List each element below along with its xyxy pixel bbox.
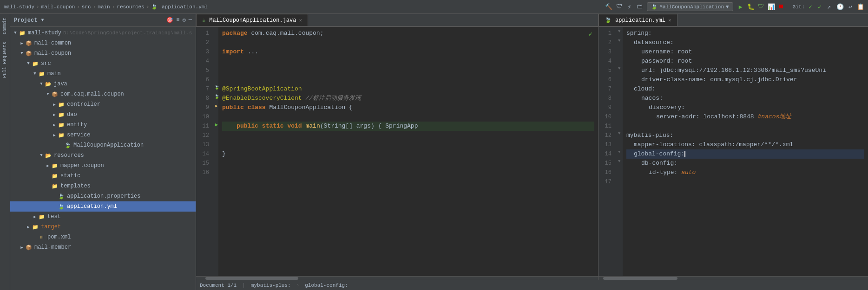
label-main-class: MallCouponApplication [73,142,144,148]
module-icon-mall-coupon: 📦 [25,50,33,57]
arrow-test: ▶ [32,213,38,220]
module-icon-mall-member: 📦 [25,244,33,251]
tree-item-app-props[interactable]: 🍃 application.properties [10,191,196,201]
fold-7[interactable]: ▼ [618,64,620,73]
tree-item-mall-common[interactable]: ▶ 📦 mall-common [10,38,196,48]
tree-item-main[interactable]: ▼ 📁 main [10,69,196,79]
bc-main[interactable]: main [98,4,110,10]
label-app-props: application.properties [67,193,140,200]
folder-icon-templates: 📁 [51,182,59,190]
java-horizontal-scrollbar[interactable] [196,276,598,280]
revert-icon[interactable]: ↩ [847,3,854,11]
tree-item-mapper[interactable]: ▶ 📁 mapper.coupon [10,161,196,171]
fold-14[interactable]: ▼ [618,148,620,157]
arrow-service: ▶ [51,132,58,138]
tree-item-app-yml[interactable]: 🍃 application.yml [10,201,196,212]
debug-button[interactable]: 🐛 [747,3,755,11]
arrow-mapper: ▶ [45,162,51,169]
yaml-tab-close[interactable]: ✕ [668,17,671,23]
history-icon[interactable]: 🕐 [836,3,844,11]
label-mapper: mapper.coupon [60,162,104,169]
tree-item-src[interactable]: ▼ 📁 src [10,58,196,69]
tree-item-pkg[interactable]: ▼ 📦 com.caq.mall.coupon [10,89,196,99]
arrow-target: ▶ [25,224,32,230]
locate-icon[interactable]: 🎯 [166,17,173,24]
fold-15[interactable]: ▼ [618,157,620,166]
java-src-icon: 📂 [45,80,52,88]
database-icon[interactable]: 🗃 [636,3,643,11]
label-controller: controller [67,101,100,108]
text-cursor [684,151,685,157]
tree-item-service[interactable]: ▶ 📁 service [10,130,196,140]
label-service: service [67,132,90,138]
tree-item-test[interactable]: ▶ 📁 test [10,212,196,222]
git-push-icon[interactable]: ✓ [816,3,823,11]
commit-tab[interactable]: Commit [1,14,9,38]
fold-marker-9[interactable]: ▶ [215,101,218,110]
yaml-scrollbar-thumb[interactable] [603,277,677,280]
tree-item-mall-study[interactable]: ▼ 📁 mall-study D:\Code\SpringCode\projec… [10,28,196,38]
yaml-code[interactable]: spring: datasource: username: root [623,27,868,276]
yaml-line-12: mybatis-plus: [626,131,864,140]
tree-item-pom[interactable]: m pom.xml [10,232,196,242]
tree-item-main-class[interactable]: 🍃 MallCouponApplication [10,140,196,150]
fold-2[interactable]: ▼ [618,36,620,45]
tree-item-entity[interactable]: ▶ 📁 entity [10,120,196,130]
code-line-4 [222,57,594,66]
java-tab[interactable]: ☕ MallCouponApplication.java ✕ [196,14,308,26]
yaml-line-1: spring: [626,29,864,38]
arrow-src: ▼ [25,60,32,67]
coverage-run-button[interactable]: 🛡 [757,3,765,11]
arrow-templates [45,183,51,189]
stop-button[interactable]: ⏹ [778,3,785,11]
collapse-icon[interactable]: ≡ [176,17,179,24]
label-dao: dao [67,111,77,118]
fold-1[interactable]: ▼ [618,27,620,36]
tree-item-mall-member[interactable]: ▶ 📦 mall-member [10,242,196,252]
java-tab-close[interactable]: ✕ [299,17,302,23]
yaml-horizontal-scrollbar[interactable] [598,276,868,280]
hammer-icon[interactable]: 🔨 [605,3,612,11]
tree-item-mall-coupon[interactable]: ▼ 📦 mall-coupon [10,48,196,58]
code-line-5 [222,66,594,75]
arrow-entity: ▶ [51,122,58,128]
label-entity: entity [67,122,87,128]
git-check-icon[interactable]: ✓ [807,3,814,11]
tree-item-java[interactable]: ▼ 📂 java [10,79,196,89]
yaml-tab[interactable]: 🍃 application.yml ✕ [598,14,677,26]
tree-item-static[interactable]: 📁 static [10,171,196,181]
profile-run-button[interactable]: 📊 [768,3,775,11]
bc-src[interactable]: src [82,4,91,10]
label-mall-member: mall-member [34,244,71,251]
bc-mall-coupon[interactable]: mall-coupon [41,4,75,10]
minimize-icon[interactable]: — [189,17,192,24]
fold-12[interactable]: ▼ [618,129,620,138]
tree-item-dao[interactable]: ▶ 📁 dao [10,110,196,120]
run-marker: ▶ [215,120,218,129]
java-code[interactable]: package com.caq.mall.coupon; ✓ import ..… [218,27,598,276]
pull-requests-tab[interactable]: Pull Requests [1,38,9,82]
yaml-line-13: mapper-locations: classpath:/mapper/**/*… [626,140,864,149]
bc-mall-study[interactable]: mall-study [4,4,34,10]
java-scrollbar-thumb[interactable] [205,277,298,280]
tree-item-controller[interactable]: ▶ 📁 controller [10,99,196,110]
filter-icon[interactable]: ⚙ [183,17,186,24]
tree-item-target[interactable]: ▶ 📁 target [10,222,196,232]
java-line-numbers: 1 2 3 4 5 6 7 8 9 10 11 12 13 14 [196,27,215,276]
run-button[interactable]: ▶ [737,3,744,11]
yaml-content: 1 2 3 4 5 6 7 8 9 10 11 12 13 14 [598,27,868,276]
tree-item-templates[interactable]: 📁 templates [10,181,196,191]
folder-icon-mall-study: 📁 [19,29,26,37]
tree-item-resources[interactable]: ▼ 📂 resources [10,150,196,161]
git-fetch-icon[interactable]: ↗ [825,3,833,11]
vcs-icon[interactable]: 📋 [857,3,864,11]
yaml-line-16: id-type: auto [626,168,864,177]
coverage-icon[interactable]: 🛡 [615,3,623,11]
editor-area: ☕ MallCouponApplication.java ✕ 1 2 3 4 5… [196,14,868,290]
bc-resources[interactable]: resources [117,4,144,10]
yaml-line-9: discovery: [626,103,864,112]
profile-icon[interactable]: ⚡ [625,3,633,11]
run-config[interactable]: 🍃 MallCouponApplication ▼ [647,2,733,11]
code-line-7: @SpringBootApplication [222,84,594,94]
breadcrumb: mall-study › mall-coupon › src › main › … [4,4,208,10]
